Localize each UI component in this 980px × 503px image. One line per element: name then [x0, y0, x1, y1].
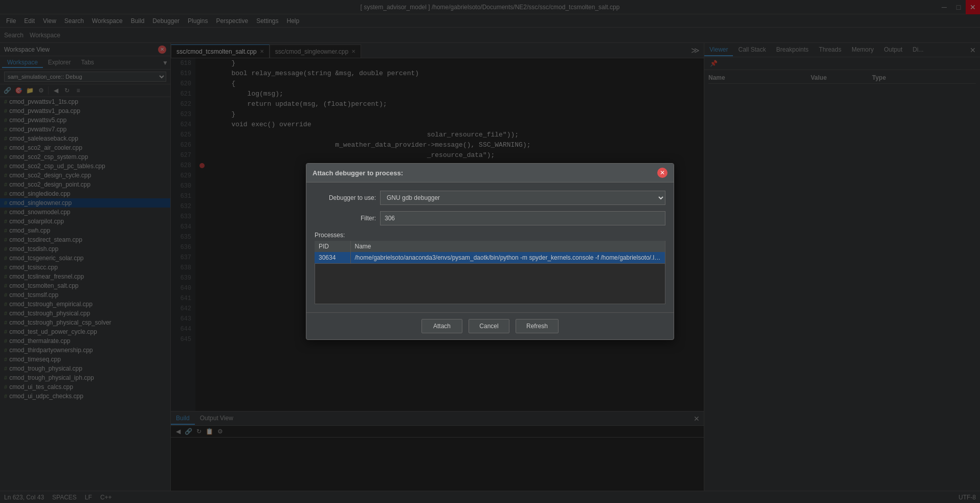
debugger-select[interactable]: GNU gdb debugger [380, 191, 665, 205]
col-name: Name [350, 241, 665, 252]
dialog-buttons: Attach Cancel Refresh [306, 312, 674, 339]
attach-debugger-dialog: Attach debugger to process: ✕ Debugger t… [306, 163, 674, 340]
process-table: PID Name 30634/home/gabrielsoto/anaconda… [315, 241, 665, 263]
col-pid: PID [315, 241, 350, 252]
cancel-button[interactable]: Cancel [469, 319, 509, 333]
process-name: /home/gabrielsoto/anaconda3/envs/pysam_d… [350, 252, 665, 263]
debugger-row: Debugger to use: GNU gdb debugger [315, 191, 665, 205]
filter-input[interactable] [380, 211, 665, 225]
processes-label: Processes: [315, 232, 665, 239]
dialog-header: Attach debugger to process: ✕ [306, 164, 674, 182]
process-row[interactable]: 30634/home/gabrielsoto/anaconda3/envs/py… [315, 252, 665, 263]
attach-button[interactable]: Attach [421, 319, 462, 333]
debugger-label: Debugger to use: [315, 194, 376, 201]
filter-label: Filter: [315, 215, 376, 222]
dialog-title: Attach debugger to process: [313, 169, 403, 177]
dialog-body: Debugger to use: GNU gdb debugger Filter… [306, 182, 674, 312]
modal-overlay: Attach debugger to process: ✕ Debugger t… [0, 0, 980, 503]
process-pid: 30634 [315, 252, 350, 263]
filter-row: Filter: [315, 211, 665, 225]
refresh-button[interactable]: Refresh [516, 319, 559, 333]
dialog-close-button[interactable]: ✕ [657, 168, 667, 178]
